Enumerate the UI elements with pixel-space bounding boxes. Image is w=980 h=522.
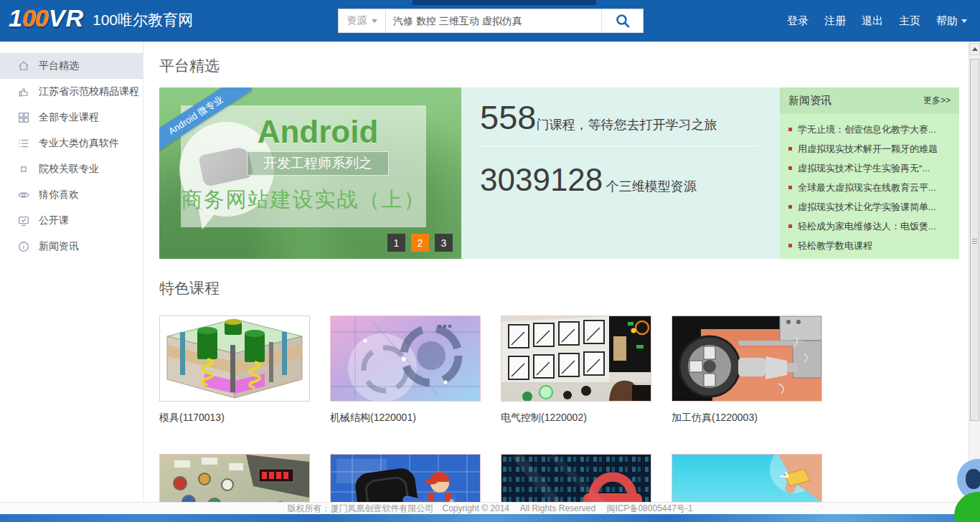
course-card-mold[interactable]: 模具(1170013) [159,315,310,424]
logo-0a: 0 [22,4,37,32]
news-list: 学无止境：创壹信息化教学大赛... 用虚拟现实技术解开一颗牙的难题 虚拟现实技术… [780,114,959,255]
bullet-icon [788,224,792,228]
course-title[interactable]: 模具(1170013) [159,412,310,424]
course-card-electric[interactable]: 电气控制(1220002) [501,315,651,424]
sidebar-item-label: 院校关联专业 [39,163,99,176]
news-item[interactable]: 学无止境：创壹信息化教学大赛... [788,120,951,139]
news-item-text: 学无止境：创壹信息化教学大赛... [798,123,936,136]
stats-panel: 558门课程，等待您去打开学习之旅 3039128 个三维模型资源 [461,87,780,259]
pager-3[interactable]: 3 [435,234,453,252]
nav-home[interactable]: 主页 [899,14,920,28]
brand[interactable]: 100VR 100唯尔教育网 [9,4,193,32]
search-box: 资源 [338,9,644,33]
top-nav: 登录 注册 退出 主页 帮助 [787,0,967,42]
site-name: 100唯尔教育网 [93,10,193,30]
sidebar-item-open-course[interactable]: 公开课 [0,208,143,234]
thumbs-up-icon [17,85,30,98]
mold-3d-model-image[interactable] [159,315,310,402]
cnc-machining-image[interactable] [672,315,822,402]
nav-register[interactable]: 注册 [824,14,846,28]
grid-icon [17,111,30,124]
sidebar-item-jiangsu-courses[interactable]: 江苏省示范校精品课程 [0,79,143,105]
news-item[interactable]: 全球最大虚拟现实在线教育云平... [788,178,951,197]
search-button[interactable] [601,9,643,32]
bullet-icon [788,166,792,170]
list-icon [17,137,30,150]
search-icon [615,13,631,29]
nav-login-label: 登录 [787,14,809,28]
pager-1[interactable]: 1 [387,234,405,252]
news-item-text: 用虚拟现实技术解开一颗牙的难题 [798,143,938,156]
sidebar-item-college-majors[interactable]: 院校关联专业 [0,156,143,182]
nav-help[interactable]: 帮助 [936,14,967,28]
chevron-down-icon [372,19,377,23]
search-category-label: 资源 [347,14,367,27]
pager-2-active[interactable]: 2 [411,234,429,252]
sidebar-item-guess-you-like[interactable]: 猜你喜欢 [0,182,143,208]
triangle-up-icon [972,47,978,51]
news-item[interactable]: 轻松成为家电维修达人：电饭煲... [788,217,951,236]
sidebar-item-simulation-software[interactable]: 专业大类仿真软件 [0,130,143,156]
scrollbar-grip [972,239,977,245]
news-panel: 新闻资讯 更多>> 学无止境：创壹信息化教学大赛... 用虚拟现实技术解开一颗牙… [780,87,959,259]
course-title[interactable]: 加工仿真(1220003) [672,412,822,424]
course-card-cnc[interactable]: 加工仿真(1220003) [672,315,822,424]
news-item[interactable]: 轻松教学数电课程 [788,236,951,255]
course-title[interactable]: 电气控制(1220002) [501,412,651,424]
qq-icon [966,469,980,489]
logo-0b: 0 [35,4,50,32]
nav-logout-label: 退出 [862,14,883,28]
news-item-text: 虚拟现实技术让化学实验课简单... [798,201,936,214]
banner-caption: 商务网站建设实战（上） [181,186,426,214]
vertical-scrollbar[interactable] [969,42,980,522]
stat-courses: 558门课程，等待您去打开学习之旅 [480,87,758,146]
logo-100vr: 100VR [9,4,84,32]
news-item-text: 虚拟现实技术让学生实验再无“... [798,162,930,175]
carousel-pager: 1 2 3 [387,234,453,252]
bullet-icon [788,147,792,151]
square-bullet-icon [17,163,30,176]
chevron-down-icon [961,19,967,23]
sidebar-item-news[interactable]: 新闻资讯 [0,234,143,260]
banner-card: Android 开发工程师系列之 商务网站建设实战（上） [181,105,426,227]
courses-text: 门课程，等待您去打开学习之旅 [536,118,717,132]
sidebar-item-platform-featured[interactable]: 平台精选 [0,53,143,79]
news-item[interactable]: 虚拟现实技术让化学实验课简单... [788,197,951,217]
news-item[interactable]: 用虚拟现实技术解开一颗牙的难题 [788,139,951,158]
scrollbar-thumb[interactable] [970,59,979,421]
banner-title: Android [209,114,426,150]
bullet-icon [788,205,792,209]
nav-logout[interactable]: 退出 [862,14,883,28]
course-title[interactable]: 机械结构(1220001) [330,412,481,424]
screen-icon [17,214,30,227]
news-item-text: 轻松成为家电维修达人：电饭煲... [798,220,936,233]
header: 100VR 100唯尔教育网 资源 登录 注册 退出 主页 帮助 [0,0,980,42]
news-header: 新闻资讯 更多>> [780,87,959,114]
banner-subtitle: 开发工程师系列之 [247,151,389,176]
sidebar-item-all-courses[interactable]: 全部专业课程 [0,105,143,130]
news-more-link[interactable]: 更多>> [923,95,951,107]
courses-count: 558 [480,98,536,136]
sidebar-item-label: 新闻资讯 [39,240,79,253]
search-category-select[interactable]: 资源 [339,9,386,32]
course-card-mechanical[interactable]: 机械结构(1220001) [330,315,481,424]
main-content: 平台精选 Android 开发工程师系列之 商务网站建设实战（上） Androi… [144,42,969,522]
nav-help-label: 帮助 [936,14,958,28]
page: 100VR 100唯尔教育网 资源 登录 注册 退出 主页 帮助 [0,0,980,522]
mechanical-structure-image[interactable] [330,315,481,402]
news-title: 新闻资讯 [788,94,831,108]
banner-carousel[interactable]: Android 开发工程师系列之 商务网站建设实战（上） Android 微专业… [159,87,461,259]
logo-1: 1 [9,4,23,32]
scroll-up-button[interactable] [969,43,980,55]
models-count: 3039128 [480,162,603,197]
news-item[interactable]: 虚拟现实技术让学生实验再无“... [788,158,951,178]
news-item-text: 轻松教学数电课程 [798,239,872,252]
news-item-text: 全球最大虚拟现实在线教育云平... [798,181,936,194]
electric-control-panel-image[interactable] [501,315,651,402]
eye-icon [17,189,30,201]
nav-login[interactable]: 登录 [787,14,809,28]
search-input[interactable] [386,9,601,32]
footer: 版权所有：厦门凤凰创壹软件有限公司 Copyright © 2014 All R… [0,502,980,522]
nav-home-label: 主页 [899,14,920,28]
sidebar-item-label: 公开课 [39,214,69,227]
